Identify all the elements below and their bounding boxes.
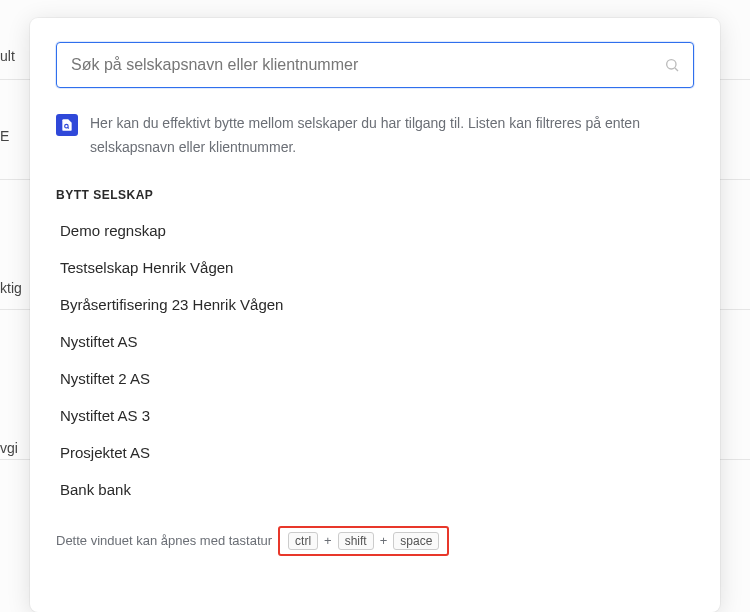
company-list: Demo regnskap Testselskap Henrik Vågen B… (56, 212, 694, 508)
section-heading: BYTT SELSKAP (56, 188, 694, 202)
company-item[interactable]: Demo regnskap (56, 212, 694, 249)
company-item[interactable]: Bank bank (56, 471, 694, 508)
search-icon (664, 57, 680, 73)
svg-point-0 (667, 60, 676, 69)
magnifier-document-icon (56, 114, 78, 136)
bg-text-2: E (0, 128, 9, 144)
company-item[interactable]: Byråsertifisering 23 Henrik Vågen (56, 286, 694, 323)
company-switcher-modal: Her kan du effektivt bytte mellom selska… (30, 18, 720, 612)
info-row: Her kan du effektivt bytte mellom selska… (56, 112, 694, 160)
keyboard-shortcut-hint: Dette vinduet kan åpnes med tastatur ctr… (56, 526, 694, 556)
svg-line-3 (68, 127, 69, 128)
kbd-ctrl: ctrl (288, 532, 318, 550)
company-item[interactable]: Nystiftet AS (56, 323, 694, 360)
company-item[interactable]: Prosjektet AS (56, 434, 694, 471)
bg-text-3: ktig (0, 280, 22, 296)
company-item[interactable]: Testselskap Henrik Vågen (56, 249, 694, 286)
bg-text-4: vgi (0, 440, 18, 456)
kbd-shift: shift (338, 532, 374, 550)
plus-separator: + (324, 533, 332, 548)
kbd-space: space (393, 532, 439, 550)
company-item[interactable]: Nystiftet AS 3 (56, 397, 694, 434)
svg-line-1 (675, 68, 678, 71)
footer-prefix: Dette vinduet kan åpnes med tastatur (56, 533, 272, 548)
search-wrapper (56, 42, 694, 88)
info-text: Her kan du effektivt bytte mellom selska… (90, 112, 694, 160)
search-input[interactable] (56, 42, 694, 88)
kbd-group-highlight: ctrl + shift + space (278, 526, 449, 556)
plus-separator: + (380, 533, 388, 548)
company-item[interactable]: Nystiftet 2 AS (56, 360, 694, 397)
bg-text-1: ult (0, 48, 15, 64)
